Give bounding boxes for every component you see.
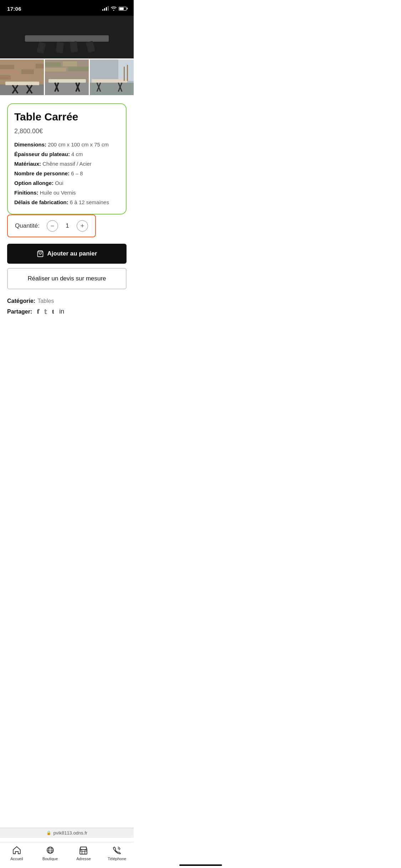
svg-rect-26 bbox=[63, 61, 77, 66]
svg-rect-38 bbox=[92, 79, 127, 83]
category-value: Tables bbox=[37, 298, 54, 304]
add-to-cart-button[interactable]: Ajouter au panier bbox=[7, 244, 127, 264]
spec-delais: Délais de fabrication: 6 à 12 semaines bbox=[14, 198, 119, 206]
product-price: 2,800.00€ bbox=[14, 128, 119, 135]
status-bar: 17:06 bbox=[0, 0, 134, 16]
devis-button[interactable]: Réaliser un devis sur mesure bbox=[7, 268, 127, 289]
hero-image bbox=[0, 16, 134, 58]
share-icons: 𝐟 𝕥 𝐭 in bbox=[37, 308, 64, 316]
svg-rect-4 bbox=[56, 42, 64, 53]
cart-icon bbox=[37, 250, 44, 257]
meta-section: Catégorie: Tables Partager: 𝐟 𝕥 𝐭 in bbox=[0, 293, 134, 319]
svg-rect-14 bbox=[0, 75, 11, 79]
thumbnail-1[interactable] bbox=[0, 60, 44, 95]
category-row: Catégorie: Tables bbox=[7, 298, 127, 304]
thumbnail-2[interactable] bbox=[45, 60, 89, 95]
svg-rect-25 bbox=[45, 62, 61, 67]
product-title: Table Carrée bbox=[14, 110, 119, 123]
spec-epaisseur: Épaisseur du plateau: 4 cm bbox=[14, 150, 119, 158]
quantity-value: 1 bbox=[64, 222, 71, 229]
spec-materiaux: Matériaux: Chêne massif / Acier bbox=[14, 160, 119, 167]
quantity-label: Quantité: bbox=[15, 222, 40, 229]
svg-rect-13 bbox=[21, 69, 34, 74]
facebook-icon[interactable]: 𝐟 bbox=[37, 308, 39, 316]
svg-rect-37 bbox=[118, 60, 134, 81]
spec-finitions: Finitions: Huile ou Vernis bbox=[14, 189, 119, 196]
svg-rect-44 bbox=[127, 65, 128, 81]
spec-allonge: Option allonge: Oui bbox=[14, 179, 119, 187]
svg-rect-1 bbox=[25, 35, 109, 42]
status-icons bbox=[102, 6, 127, 11]
linkedin-icon[interactable]: in bbox=[59, 308, 64, 316]
thumbnail-3[interactable] bbox=[90, 60, 134, 95]
wifi-icon bbox=[111, 6, 117, 11]
svg-rect-15 bbox=[12, 74, 30, 79]
spec-personnes: Nombre de personne: 6 – 8 bbox=[14, 170, 119, 177]
devis-label: Réaliser un devis sur mesure bbox=[27, 275, 106, 282]
svg-rect-5 bbox=[70, 41, 78, 53]
thumbnail-row bbox=[0, 58, 134, 96]
twitter-icon[interactable]: 𝕥 bbox=[44, 308, 47, 316]
tumblr-icon[interactable]: 𝐭 bbox=[52, 308, 54, 316]
svg-rect-36 bbox=[90, 83, 134, 95]
category-label: Catégorie: bbox=[7, 298, 35, 304]
share-label: Partager: bbox=[7, 309, 32, 315]
signal-icon bbox=[102, 6, 109, 11]
battery-icon bbox=[119, 7, 127, 11]
svg-rect-9 bbox=[0, 65, 14, 69]
svg-rect-11 bbox=[36, 64, 44, 68]
add-to-cart-label: Ajouter au panier bbox=[47, 250, 97, 257]
svg-rect-43 bbox=[124, 67, 125, 81]
product-specs: Dimensions: 200 cm x 100 cm x 75 cm Épai… bbox=[14, 141, 119, 206]
spec-dimensions: Dimensions: 200 cm x 100 cm x 75 cm bbox=[14, 141, 119, 148]
quantity-decrease-button[interactable]: − bbox=[47, 220, 58, 232]
svg-rect-29 bbox=[48, 79, 86, 83]
svg-rect-10 bbox=[16, 63, 34, 68]
buttons-section: Ajouter au panier Réaliser un devis sur … bbox=[0, 237, 134, 293]
svg-rect-27 bbox=[45, 68, 66, 72]
svg-rect-16 bbox=[0, 84, 44, 95]
svg-rect-24 bbox=[45, 83, 89, 95]
svg-rect-17 bbox=[5, 82, 39, 85]
svg-rect-28 bbox=[68, 67, 89, 71]
quantity-controls: − 1 + bbox=[47, 220, 88, 232]
status-time: 17:06 bbox=[7, 6, 21, 12]
product-section: Table Carrée 2,800.00€ Dimensions: 200 c… bbox=[0, 96, 134, 218]
product-outline: Table Carrée 2,800.00€ Dimensions: 200 c… bbox=[7, 103, 127, 215]
svg-rect-12 bbox=[0, 70, 20, 74]
quantity-increase-button[interactable]: + bbox=[77, 220, 88, 232]
share-row: Partager: 𝐟 𝕥 𝐭 in bbox=[7, 308, 127, 316]
